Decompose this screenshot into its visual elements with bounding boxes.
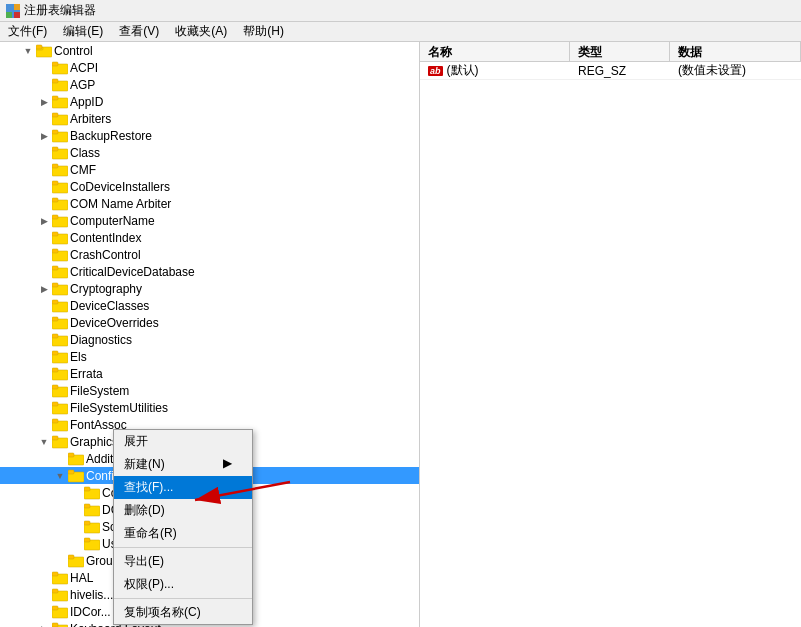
context-menu-separator <box>114 547 252 548</box>
menu-favorites[interactable]: 收藏夹(A) <box>167 22 235 41</box>
expander-dc <box>68 502 84 518</box>
svg-rect-52 <box>52 436 58 440</box>
svg-rect-38 <box>52 317 58 321</box>
tree-item-control[interactable]: Control <box>0 42 419 59</box>
menu-file[interactable]: 文件(F) <box>0 22 55 41</box>
expander-keyboardlayout[interactable] <box>36 621 52 628</box>
context-menu-find[interactable]: 查找(F)... <box>114 476 252 499</box>
folder-icon-diagnostics <box>52 333 68 347</box>
context-menu-export[interactable]: 导出(E) <box>114 550 252 573</box>
folder-icon-graphicsdrivers <box>52 435 68 449</box>
svg-rect-28 <box>52 232 58 236</box>
cell-name-default: ab (默认) <box>420 61 570 80</box>
tree-item-filesystem[interactable]: FileSystem <box>0 382 419 399</box>
folder-icon-deviceclasses <box>52 299 68 313</box>
tree-item-els[interactable]: Els <box>0 348 419 365</box>
app-icon <box>6 4 20 18</box>
context-menu-delete[interactable]: 删除(D) <box>114 499 252 522</box>
tree-item-criticaldevice[interactable]: CriticalDeviceDatabase <box>0 263 419 280</box>
col-type: 类型 <box>570 42 670 61</box>
expander-hal <box>36 570 52 586</box>
registry-row-default[interactable]: ab (默认) REG_SZ (数值未设置) <box>420 62 801 80</box>
expander-backuprestore[interactable] <box>36 128 52 144</box>
label-deviceclasses: DeviceClasses <box>70 299 149 313</box>
svg-rect-68 <box>52 572 58 576</box>
right-panel: 名称 类型 数据 ab (默认) REG_SZ (数值未设置) <box>420 42 801 627</box>
menu-bar: 文件(F) 编辑(E) 查看(V) 收藏夹(A) 帮助(H) <box>0 22 801 42</box>
tree-item-errata[interactable]: Errata <box>0 365 419 382</box>
svg-rect-1 <box>14 4 20 10</box>
label-errata: Errata <box>70 367 103 381</box>
tree-item-acpi[interactable]: ACPI <box>0 59 419 76</box>
svg-rect-16 <box>52 130 58 134</box>
tree-item-cryptography[interactable]: Cryptography <box>0 280 419 297</box>
menu-edit[interactable]: 编辑(E) <box>55 22 111 41</box>
context-menu-expand[interactable]: 展开 <box>114 430 252 453</box>
main-container: Control ACPI AGP <box>0 42 801 627</box>
col-data: 数据 <box>670 42 801 61</box>
folder-icon-cryptography <box>52 282 68 296</box>
tree-item-codevice[interactable]: CoDeviceInstallers <box>0 178 419 195</box>
svg-rect-58 <box>84 487 90 491</box>
svg-rect-56 <box>68 470 74 474</box>
folder-icon-criticaldevice <box>52 265 68 279</box>
tree-item-class[interactable]: Class <box>0 144 419 161</box>
label-class: Class <box>70 146 100 160</box>
tree-item-deviceoverrides[interactable]: DeviceOverrides <box>0 314 419 331</box>
tree-item-cmf[interactable]: CMF <box>0 161 419 178</box>
tree-item-crashcontrol[interactable]: CrashControl <box>0 246 419 263</box>
ab-icon: ab <box>428 66 443 76</box>
context-menu: 展开 新建(N) ▶ 查找(F)... 删除(D) 重命名(R) 导出(E) 权… <box>113 429 253 625</box>
label-deviceoverrides: DeviceOverrides <box>70 316 159 330</box>
context-menu-copyname[interactable]: 复制项名称(C) <box>114 601 252 624</box>
tree-item-appid[interactable]: AppID <box>0 93 419 110</box>
expander-appid[interactable] <box>36 94 52 110</box>
tree-item-computername[interactable]: ComputerName <box>0 212 419 229</box>
tree-item-arbiters[interactable]: Arbiters <box>0 110 419 127</box>
svg-rect-48 <box>52 402 58 406</box>
tree-item-deviceclasses[interactable]: DeviceClasses <box>0 297 419 314</box>
folder-icon-additionalmode <box>68 452 84 466</box>
expander-cryptography[interactable] <box>36 281 52 297</box>
label-acpi: ACPI <box>70 61 98 75</box>
tree-item-contentindex[interactable]: ContentIndex <box>0 229 419 246</box>
expander-criticaldevice <box>36 264 52 280</box>
label-hivelis: hivelis... <box>70 588 113 602</box>
folder-icon-contentindex <box>52 231 68 245</box>
label-computername: ComputerName <box>70 214 155 228</box>
folder-icon-co <box>84 486 100 500</box>
tree-item-backuprestore[interactable]: BackupRestore <box>0 127 419 144</box>
folder-icon-comname <box>52 197 68 211</box>
tree-item-diagnostics[interactable]: Diagnostics <box>0 331 419 348</box>
svg-rect-60 <box>84 504 90 508</box>
folder-icon-appid <box>52 95 68 109</box>
expander-comname <box>36 196 52 212</box>
label-criticaldevice: CriticalDeviceDatabase <box>70 265 195 279</box>
svg-rect-72 <box>52 606 58 610</box>
svg-rect-24 <box>52 198 58 202</box>
tree-item-comname[interactable]: COM Name Arbiter <box>0 195 419 212</box>
folder-icon-dc <box>84 503 100 517</box>
expander-control[interactable] <box>20 43 36 59</box>
expander-graphicsdrivers[interactable] <box>36 434 52 450</box>
folder-icon-crashcontrol <box>52 248 68 262</box>
folder-icon-fontassoc <box>52 418 68 432</box>
context-menu-rename[interactable]: 重命名(R) <box>114 522 252 545</box>
context-menu-new[interactable]: 新建(N) ▶ <box>114 453 252 476</box>
tree-item-agp[interactable]: AGP <box>0 76 419 93</box>
folder-icon-arbiters <box>52 112 68 126</box>
expander-hivelis <box>36 587 52 603</box>
expander-configuration[interactable] <box>52 468 68 484</box>
tree-item-filesystemutil[interactable]: FileSystemUtilities <box>0 399 419 416</box>
folder-icon-agp <box>52 78 68 92</box>
folder-icon-errata <box>52 367 68 381</box>
cell-name-default-text: (默认) <box>447 62 479 79</box>
expander-computername[interactable] <box>36 213 52 229</box>
folder-icon-sc <box>84 520 100 534</box>
col-name: 名称 <box>420 42 570 61</box>
menu-view[interactable]: 查看(V) <box>111 22 167 41</box>
menu-help[interactable]: 帮助(H) <box>235 22 292 41</box>
title-bar: 注册表编辑器 <box>0 0 801 22</box>
context-menu-permissions[interactable]: 权限(P)... <box>114 573 252 596</box>
expander-errata <box>36 366 52 382</box>
